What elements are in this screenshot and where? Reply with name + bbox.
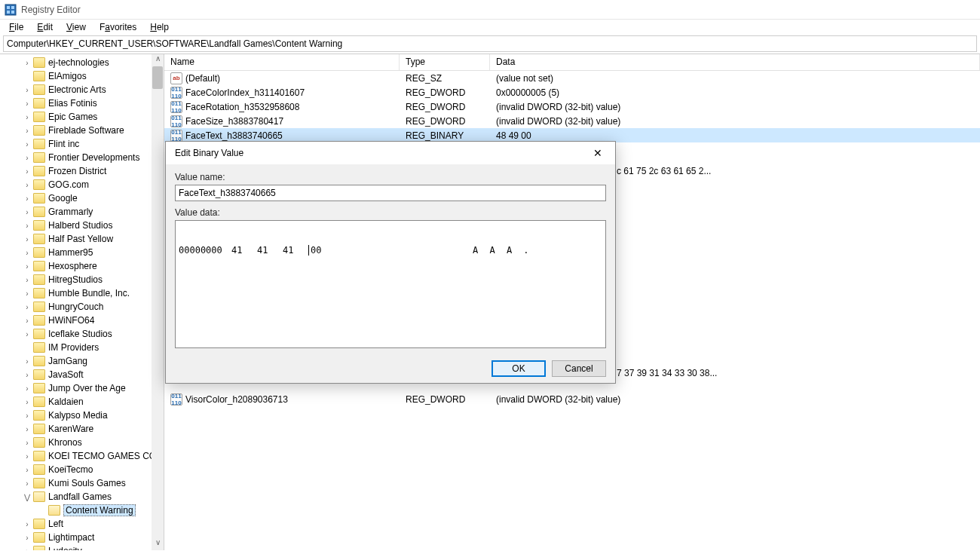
tree-item-landfall-games[interactable]: ⋁Landfall Games bbox=[0, 490, 164, 504]
tree-item-flint-inc[interactable]: ›Flint inc bbox=[0, 137, 164, 151]
menu-favorites[interactable]: Favorites bbox=[93, 20, 142, 34]
chevron-right-icon[interactable]: › bbox=[23, 276, 32, 284]
tree-item-fireblade-software[interactable]: ›Fireblade Software bbox=[0, 124, 164, 137]
chevron-right-icon[interactable]: › bbox=[23, 357, 32, 366]
tree-item-ej-technologies[interactable]: ›ej-technologies bbox=[0, 56, 164, 69]
tree-item-elias-fotinis[interactable]: ›Elias Fotinis bbox=[0, 96, 164, 110]
list-row[interactable]: 011110FaceRotation_h3532958608REG_DWORD(… bbox=[164, 99, 980, 114]
tree-item-kalypso-media[interactable]: ›Kalypso Media bbox=[0, 409, 164, 422]
close-icon[interactable]: ✕ bbox=[586, 144, 609, 162]
menu-help[interactable]: Help bbox=[144, 20, 175, 34]
chevron-right-icon[interactable]: › bbox=[23, 222, 32, 230]
chevron-right-icon[interactable]: › bbox=[23, 249, 32, 257]
tree-item-electronic-arts[interactable]: ›Electronic Arts bbox=[0, 83, 164, 96]
chevron-right-icon[interactable]: › bbox=[23, 547, 32, 551]
chevron-down-icon[interactable]: ⋁ bbox=[23, 493, 32, 501]
tree-item-frontier-developments[interactable]: ›Frontier Developments bbox=[0, 151, 164, 164]
tree-item-hwinfo64[interactable]: ›HWiNFO64 bbox=[0, 314, 164, 327]
tree-item-gog-com[interactable]: ›GOG.com bbox=[0, 178, 164, 191]
tree-item-koeitecmo[interactable]: ›KoeiTecmo bbox=[0, 463, 164, 476]
tree-item-jump-over-the-age[interactable]: ›Jump Over the Age bbox=[0, 381, 164, 395]
scroll-up-icon[interactable]: ∧ bbox=[152, 54, 164, 66]
chevron-right-icon[interactable]: › bbox=[23, 113, 32, 121]
chevron-right-icon[interactable]: › bbox=[23, 99, 32, 108]
chevron-right-icon[interactable]: › bbox=[23, 235, 32, 243]
tree-item-content-warning[interactable]: ›Content Warning bbox=[0, 504, 164, 517]
list-row-tail[interactable]: 011110 VisorColor_h2089036713 REG_DWORD … bbox=[164, 392, 980, 406]
hex-bytes[interactable]: 41414100 bbox=[231, 245, 390, 256]
menu-file[interactable]: File bbox=[3, 20, 29, 34]
tree-item-karenware[interactable]: ›KarenWare bbox=[0, 422, 164, 436]
tree[interactable]: ›ej-technologies›ElAmigos›Electronic Art… bbox=[0, 54, 164, 550]
chevron-right-icon[interactable]: › bbox=[23, 371, 32, 379]
chevron-right-icon[interactable]: › bbox=[23, 425, 32, 433]
tree-item-half-past-yellow[interactable]: ›Half Past Yellow bbox=[0, 232, 164, 246]
tree-item-kumi-souls-games[interactable]: ›Kumi Souls Games bbox=[0, 476, 164, 490]
cancel-button[interactable]: Cancel bbox=[552, 360, 606, 377]
menu-view[interactable]: View bbox=[60, 20, 92, 34]
chevron-right-icon[interactable]: › bbox=[23, 194, 32, 203]
chevron-right-icon[interactable]: › bbox=[23, 439, 32, 447]
tree-item-hexosphere[interactable]: ›Hexosphere bbox=[0, 259, 164, 273]
tree-item-kaldaien[interactable]: ›Kaldaien bbox=[0, 395, 164, 409]
chevron-right-icon[interactable]: › bbox=[23, 384, 32, 393]
tree-item-grammarly[interactable]: ›Grammarly bbox=[0, 205, 164, 219]
chevron-right-icon[interactable]: › bbox=[23, 140, 32, 148]
chevron-right-icon[interactable]: › bbox=[23, 86, 32, 94]
tree-item-javasoft[interactable]: ›JavaSoft bbox=[0, 368, 164, 381]
tree-item-elamigos[interactable]: ›ElAmigos bbox=[0, 69, 164, 83]
tree-item-jamgang[interactable]: ›JamGang bbox=[0, 354, 164, 368]
tree-item-label: Google bbox=[48, 193, 78, 204]
tree-item-epic-games[interactable]: ›Epic Games bbox=[0, 110, 164, 124]
chevron-right-icon[interactable]: › bbox=[23, 59, 32, 67]
chevron-right-icon[interactable]: › bbox=[23, 154, 32, 162]
value-name-input[interactable] bbox=[175, 185, 606, 201]
ok-button[interactable]: OK bbox=[492, 360, 546, 377]
scroll-down-icon[interactable]: ∨ bbox=[152, 538, 164, 550]
chevron-right-icon[interactable]: › bbox=[23, 289, 32, 298]
chevron-right-icon[interactable]: › bbox=[23, 534, 32, 542]
hex-editor[interactable]: 00000000 41414100 A A A . bbox=[175, 220, 606, 348]
tree-item-left[interactable]: ›Left bbox=[0, 517, 164, 531]
tree-item-iceflake-studios[interactable]: ›Iceflake Studios bbox=[0, 327, 164, 341]
dialog-title-bar[interactable]: Edit Binary Value ✕ bbox=[166, 142, 615, 164]
tree-item-halberd-studios[interactable]: ›Halberd Studios bbox=[0, 219, 164, 232]
tree-item-hungrycouch[interactable]: ›HungryCouch bbox=[0, 300, 164, 314]
tree-item-humble-bundle-inc-[interactable]: ›Humble Bundle, Inc. bbox=[0, 286, 164, 300]
chevron-right-icon[interactable]: › bbox=[23, 167, 32, 176]
tree-item-label: Epic Games bbox=[48, 112, 97, 122]
chevron-right-icon[interactable]: › bbox=[23, 479, 32, 488]
chevron-right-icon[interactable]: › bbox=[23, 127, 32, 135]
chevron-right-icon[interactable]: › bbox=[23, 412, 32, 420]
tree-item-koei-tecmo-games-co-[interactable]: ›KOEI TECMO GAMES CO., bbox=[0, 449, 164, 463]
list-row[interactable]: 011110FaceColorIndex_h311401607REG_DWORD… bbox=[164, 85, 980, 99]
tree-item-khronos[interactable]: ›Khronos bbox=[0, 436, 164, 449]
chevron-right-icon[interactable]: › bbox=[23, 262, 32, 271]
list-row[interactable]: ab(Default)REG_SZ(value not set) bbox=[164, 71, 980, 85]
menu-edit[interactable]: Edit bbox=[31, 20, 59, 34]
tree-item-google[interactable]: ›Google bbox=[0, 191, 164, 205]
chevron-right-icon[interactable]: › bbox=[23, 466, 32, 474]
chevron-right-icon[interactable]: › bbox=[23, 208, 32, 216]
tree-item-ludosity[interactable]: ›Ludosity bbox=[0, 544, 164, 550]
list-row[interactable]: 011110FaceSize_h3883780417REG_DWORD(inva… bbox=[164, 114, 980, 128]
chevron-right-icon[interactable]: › bbox=[23, 330, 32, 338]
col-header-data[interactable]: Data bbox=[490, 54, 980, 70]
col-header-type[interactable]: Type bbox=[400, 54, 490, 70]
col-header-name[interactable]: Name bbox=[164, 54, 400, 70]
chevron-right-icon[interactable]: › bbox=[23, 181, 32, 189]
tree-item-hammer95[interactable]: ›Hammer95 bbox=[0, 246, 164, 259]
chevron-right-icon[interactable]: › bbox=[23, 520, 32, 528]
scroll-thumb[interactable] bbox=[152, 66, 163, 89]
chevron-right-icon[interactable]: › bbox=[23, 398, 32, 406]
tree-item-lightimpact[interactable]: ›Lightimpact bbox=[0, 531, 164, 544]
address-bar[interactable]: Computer\HKEY_CURRENT_USER\SOFTWARE\Land… bbox=[3, 35, 977, 52]
chevron-right-icon[interactable]: › bbox=[23, 452, 32, 461]
chevron-right-icon[interactable]: › bbox=[23, 317, 32, 325]
tree-scrollbar[interactable]: ∧ ∨ bbox=[152, 54, 164, 550]
tree-item-hitregstudios[interactable]: ›HitregStudios bbox=[0, 273, 164, 286]
list-rows[interactable]: ab(Default)REG_SZ(value not set)011110Fa… bbox=[164, 71, 980, 142]
tree-item-im-providers[interactable]: ›IM Providers bbox=[0, 341, 164, 354]
chevron-right-icon[interactable]: › bbox=[23, 303, 32, 311]
tree-item-frozen-district[interactable]: ›Frozen District bbox=[0, 164, 164, 178]
